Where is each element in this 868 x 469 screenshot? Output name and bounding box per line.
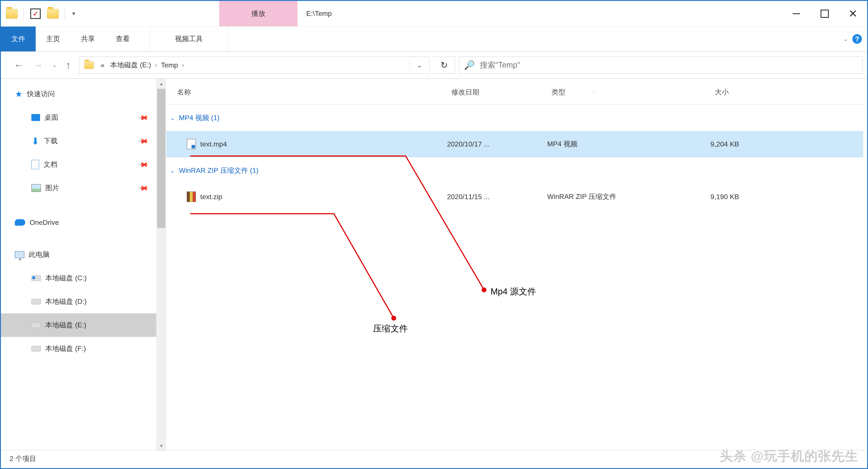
group-header-label: WinRAR ZIP 压缩文件 (1) [179, 166, 258, 176]
sidebar-item-label: 本地磁盘 (E:) [45, 320, 86, 330]
scroll-up-icon[interactable]: ▴ [156, 79, 166, 89]
tab-file[interactable]: 文件 [1, 27, 36, 51]
annotation-label-zip: 压缩文件 [373, 322, 408, 335]
group-mp4: ⌄ MP4 视频 (1) text.mp4 2020/10/17 ... MP4… [166, 104, 863, 158]
search-icon: 🔍 [464, 60, 475, 70]
desktop-icon [31, 114, 40, 121]
sidebar-scrollbar[interactable]: ▴ ▾ [156, 79, 166, 451]
back-button[interactable]: ← [14, 59, 24, 71]
sidebar-item-quick-access[interactable]: ★ 快速访问 [1, 82, 156, 106]
col-name[interactable]: 名称 [166, 88, 447, 97]
sidebar-item-label: 本地磁盘 (F:) [45, 344, 86, 353]
address-bar[interactable]: « 本地磁盘 (E:) › Temp › ⌄ [79, 57, 429, 73]
file-row[interactable]: text.mp4 2020/10/17 ... MP4 视频 9,204 KB [166, 131, 863, 157]
file-size: 9,190 KB [710, 193, 739, 201]
breadcrumb: « 本地磁盘 (E:) › Temp › [99, 60, 184, 70]
group-header[interactable]: ⌄ WinRAR ZIP 压缩文件 (1) [166, 158, 863, 184]
collapse-ribbon-icon[interactable]: ⌄ [843, 36, 848, 42]
sidebar-item-drive-f[interactable]: 本地磁盘 (F:) [1, 337, 156, 361]
navigation-pane: ★ 快速访问 桌面 📌 ⬇ 下载 📌 文档 📌 图片 📌 [1, 79, 166, 451]
disk-icon [31, 299, 41, 305]
column-label: 名称 [177, 88, 191, 96]
refresh-button[interactable]: ↻ [433, 57, 455, 73]
chevron-right-icon[interactable]: › [155, 62, 157, 68]
sidebar-item-label: 本地磁盘 (C:) [45, 273, 87, 283]
tab-video-tools[interactable]: 视频工具 [150, 27, 228, 51]
sidebar-item-onedrive[interactable]: OneDrive [1, 211, 156, 234]
mp4-file-icon [187, 139, 196, 149]
sidebar-item-label: 快速访问 [27, 89, 55, 99]
close-button[interactable]: ✕ [839, 1, 867, 26]
group-header[interactable]: ⌄ MP4 视频 (1) [166, 105, 863, 131]
file-row[interactable]: text.zip 2020/11/15 ... WinRAR ZIP 压缩文件 … [166, 184, 863, 210]
download-icon: ⬇ [31, 135, 39, 147]
new-folder-icon[interactable] [46, 7, 60, 21]
up-button[interactable]: ↑ [66, 59, 71, 71]
file-name: text.mp4 [200, 140, 227, 148]
window-title: E:\Temp [298, 1, 782, 26]
scroll-down-icon[interactable]: ▾ [156, 441, 166, 451]
status-text: 2 个项目 [9, 454, 36, 464]
disk-icon [31, 346, 41, 351]
sidebar-item-desktop[interactable]: 桌面 📌 [1, 106, 156, 129]
file-type: WinRAR ZIP 压缩文件 [547, 193, 616, 200]
tab-share[interactable]: 共享 [70, 27, 105, 51]
document-icon [31, 160, 39, 169]
col-size[interactable]: 大小 [710, 88, 789, 97]
sidebar-item-downloads[interactable]: ⬇ 下载 📌 [1, 129, 156, 153]
star-icon: ★ [15, 89, 23, 99]
breadcrumb-segment[interactable]: 本地磁盘 (E:) [108, 60, 153, 70]
qat-dropdown-icon[interactable]: ▾ [70, 10, 78, 17]
folder-icon [79, 60, 99, 70]
scroll-thumb[interactable] [157, 89, 165, 228]
svg-point-0 [482, 287, 487, 292]
file-name: text.zip [200, 193, 222, 201]
navigation-bar: ← → ⌄ ↑ « 本地磁盘 (E:) › Temp › ⌄ ↻ 🔍 [1, 52, 867, 79]
pin-icon: 📌 [137, 112, 149, 123]
chevron-down-icon: ⌄ [170, 167, 175, 174]
properties-icon[interactable]: ✓ [29, 7, 42, 21]
main-area: ★ 快速访问 桌面 📌 ⬇ 下载 📌 文档 📌 图片 📌 [1, 79, 867, 451]
folder-icon [5, 7, 19, 21]
sort-asc-icon: ˆ [593, 91, 594, 97]
breadcrumb-segment[interactable]: Temp [159, 61, 180, 69]
file-list-area: 名称 修改日期 类型ˆ 大小 ⌄ MP4 视频 (1) text.mp4 202… [166, 79, 867, 451]
pin-icon: 📌 [137, 135, 149, 147]
file-date: 2020/11/15 ... [447, 193, 490, 201]
col-date[interactable]: 修改日期 [447, 88, 547, 97]
sidebar-item-this-pc[interactable]: 此电脑 [1, 243, 156, 267]
group-zip: ⌄ WinRAR ZIP 压缩文件 (1) text.zip 2020/11/1… [166, 158, 863, 210]
nav-buttons: ← → ⌄ ↑ [5, 57, 75, 73]
title-bar: ✓ ▾ 播放 E:\Temp ✕ [1, 1, 867, 27]
pin-icon: 📌 [137, 182, 149, 194]
col-type[interactable]: 类型ˆ [547, 88, 710, 97]
chevron-right-icon[interactable]: › [182, 62, 184, 68]
column-label: 类型 [552, 88, 565, 96]
watermark-text: 头杀 @玩手机的张先生 [720, 447, 859, 465]
column-headers: 名称 修改日期 类型ˆ 大小 [166, 80, 863, 104]
tab-view[interactable]: 查看 [105, 27, 140, 51]
help-button[interactable]: ? [852, 34, 862, 44]
forward-button[interactable]: → [33, 59, 43, 71]
sidebar-item-label: 此电脑 [29, 250, 50, 259]
column-label: 大小 [715, 88, 729, 96]
tab-label: 主页 [46, 34, 60, 44]
address-dropdown-icon[interactable]: ⌄ [410, 61, 429, 69]
tab-label: 共享 [81, 34, 95, 44]
sidebar-item-drive-e[interactable]: 本地磁盘 (E:) [1, 313, 156, 337]
recent-dropdown-icon[interactable]: ⌄ [52, 62, 57, 68]
sidebar-item-documents[interactable]: 文档 📌 [1, 153, 156, 176]
chevron-down-icon: ⌄ [170, 115, 175, 121]
annotation-label-mp4: Mp4 源文件 [491, 285, 536, 298]
tab-home[interactable]: 主页 [36, 27, 70, 51]
sidebar-item-drive-c[interactable]: 本地磁盘 (C:) [1, 267, 156, 290]
minimize-button[interactable] [782, 1, 810, 26]
maximize-button[interactable] [810, 1, 839, 26]
search-field[interactable] [480, 61, 858, 70]
file-size: 9,204 KB [710, 140, 739, 148]
sidebar-item-pictures[interactable]: 图片 📌 [1, 176, 156, 200]
search-input[interactable]: 🔍 [459, 57, 863, 73]
window-controls: ✕ [782, 1, 867, 26]
sidebar-item-drive-d[interactable]: 本地磁盘 (D:) [1, 290, 156, 313]
breadcrumb-lead: « [99, 61, 106, 69]
